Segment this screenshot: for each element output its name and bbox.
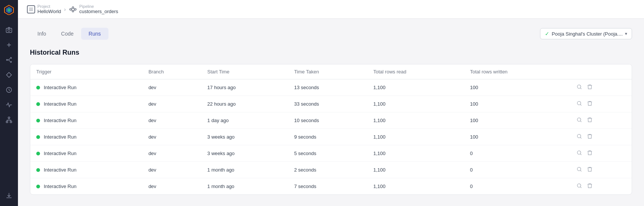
sidebar-icon-diamond[interactable] <box>2 68 16 82</box>
cell-start-time-6: 1 month ago <box>201 178 288 195</box>
cell-branch-0: dev <box>142 79 201 96</box>
cell-rows-read-3: 1,100 <box>367 129 464 145</box>
cell-time-taken-6: 7 seconds <box>288 178 367 195</box>
sidebar-icon-graph[interactable] <box>2 53 16 67</box>
cell-actions-4 <box>570 145 632 162</box>
cell-rows-written-6: 0 <box>464 178 571 195</box>
trigger-label-0: Interactive Run <box>44 85 76 90</box>
cell-rows-written-2: 100 <box>464 112 571 129</box>
cell-branch-2: dev <box>142 112 201 129</box>
cell-time-taken-4: 5 seconds <box>288 145 367 162</box>
tab-runs[interactable]: Runs <box>81 28 108 40</box>
cell-start-time-1: 22 hours ago <box>201 96 288 112</box>
trigger-label-3: Interactive Run <box>44 134 76 140</box>
trigger-label-4: Interactive Run <box>44 151 76 156</box>
svg-rect-10 <box>6 121 8 123</box>
cell-rows-read-1: 1,100 <box>367 96 464 112</box>
search-icon-3[interactable] <box>576 133 582 140</box>
pipeline-name[interactable]: customers_orders <box>79 9 118 14</box>
cluster-dropdown[interactable]: ✓ Pooja Singhal's Cluster (Pooja.... ▾ <box>540 28 632 39</box>
table-row: Interactive Run dev 17 hours ago 13 seco… <box>30 79 632 96</box>
cell-trigger-0: Interactive Run <box>30 79 142 96</box>
pipeline-label: Pipeline <box>79 4 118 9</box>
sidebar <box>0 0 18 206</box>
col-time-taken: Time Taken <box>288 64 367 79</box>
cell-start-time-3: 3 weeks ago <box>201 129 288 145</box>
search-icon-0[interactable] <box>576 84 582 91</box>
cell-rows-read-6: 1,100 <box>367 178 464 195</box>
tab-code[interactable]: Code <box>53 28 81 40</box>
search-icon-6[interactable] <box>576 183 582 190</box>
runs-table-container: Trigger Branch Start Time Time Taken Tot… <box>30 64 632 195</box>
svg-point-17 <box>577 102 581 105</box>
breadcrumb-separator: › <box>64 6 66 12</box>
svg-point-21 <box>577 167 581 171</box>
col-trigger: Trigger <box>30 64 142 79</box>
svg-point-7 <box>10 61 12 63</box>
delete-icon-1[interactable] <box>587 100 593 107</box>
cell-branch-1: dev <box>142 96 201 112</box>
cell-trigger-4: Interactive Run <box>30 145 142 162</box>
table-row: Interactive Run dev 3 weeks ago 9 second… <box>30 129 632 145</box>
cell-start-time-2: 1 day ago <box>201 112 288 129</box>
content-area: Info Code Runs ✓ Pooja Singhal's Cluster… <box>18 19 644 206</box>
tab-info[interactable]: Info <box>30 28 53 40</box>
sidebar-icon-add[interactable] <box>2 38 16 52</box>
trigger-label-1: Interactive Run <box>44 101 76 107</box>
runs-table: Trigger Branch Start Time Time Taken Tot… <box>30 64 632 194</box>
cell-trigger-2: Interactive Run <box>30 112 142 129</box>
svg-point-19 <box>577 134 581 138</box>
delete-icon-2[interactable] <box>587 117 593 124</box>
col-rows-written: Total rows written <box>464 64 571 79</box>
section-title: Historical Runs <box>30 49 632 57</box>
col-branch: Branch <box>142 64 201 79</box>
sidebar-icon-camera[interactable] <box>2 23 16 37</box>
search-icon-1[interactable] <box>576 100 582 107</box>
delete-icon-3[interactable] <box>587 133 593 140</box>
sidebar-icon-clock[interactable] <box>2 83 16 97</box>
delete-icon-4[interactable] <box>587 150 593 157</box>
cell-time-taken-2: 10 seconds <box>288 112 367 129</box>
cell-actions-5 <box>570 162 632 178</box>
svg-rect-11 <box>10 121 12 123</box>
svg-point-20 <box>577 151 581 154</box>
cell-rows-written-0: 100 <box>464 79 571 96</box>
cell-time-taken-0: 13 seconds <box>288 79 367 96</box>
cell-time-taken-5: 2 seconds <box>288 162 367 178</box>
sidebar-icon-pulse[interactable] <box>2 98 16 112</box>
svg-point-4 <box>8 29 10 31</box>
tabs: Info Code Runs <box>30 28 108 40</box>
cell-actions-3 <box>570 129 632 145</box>
cell-rows-read-5: 1,100 <box>367 162 464 178</box>
search-icon-5[interactable] <box>576 166 582 173</box>
cell-branch-4: dev <box>142 145 201 162</box>
status-dot-5 <box>36 168 40 172</box>
cell-rows-written-4: 0 <box>464 145 571 162</box>
search-icon-4[interactable] <box>576 150 582 157</box>
cell-rows-written-1: 100 <box>464 96 571 112</box>
col-actions <box>570 64 632 79</box>
search-icon-2[interactable] <box>576 117 582 124</box>
delete-icon-6[interactable] <box>587 183 593 190</box>
delete-icon-5[interactable] <box>587 166 593 173</box>
cell-actions-2 <box>570 112 632 129</box>
cell-actions-6 <box>570 178 632 195</box>
cell-rows-read-0: 1,100 <box>367 79 464 96</box>
app-logo[interactable] <box>3 4 15 16</box>
col-rows-read: Total rows read <box>367 64 464 79</box>
trigger-label-5: Interactive Run <box>44 167 76 173</box>
cell-trigger-5: Interactive Run <box>30 162 142 178</box>
breadcrumb-pipeline: Pipeline customers_orders <box>69 4 118 14</box>
status-dot-2 <box>36 119 40 122</box>
tabs-row: Info Code Runs ✓ Pooja Singhal's Cluster… <box>30 28 632 40</box>
sidebar-icon-download[interactable] <box>2 189 16 202</box>
delete-icon-0[interactable] <box>587 84 593 91</box>
project-name[interactable]: HelloWorld <box>37 9 61 14</box>
cell-start-time-4: 3 weeks ago <box>201 145 288 162</box>
cell-start-time-5: 1 month ago <box>201 162 288 178</box>
sidebar-icon-network[interactable] <box>2 113 16 127</box>
cell-trigger-6: Interactive Run <box>30 178 142 195</box>
cell-trigger-1: Interactive Run <box>30 96 142 112</box>
table-row: Interactive Run dev 1 month ago 2 second… <box>30 162 632 178</box>
cluster-label: Pooja Singhal's Cluster (Pooja.... <box>552 31 623 37</box>
